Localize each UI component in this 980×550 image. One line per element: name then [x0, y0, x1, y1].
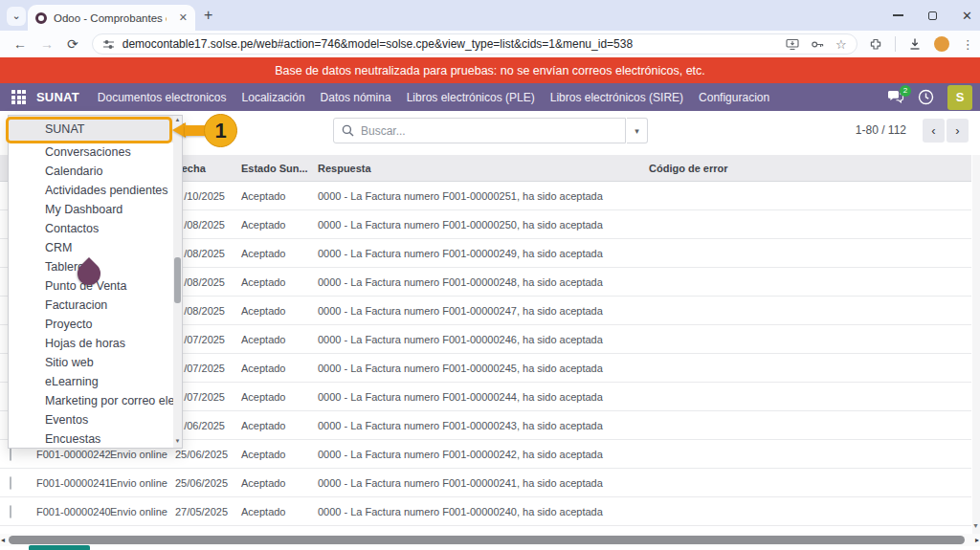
- cell-envio: Envio online: [105, 506, 170, 517]
- apps-grid-icon[interactable]: [11, 90, 26, 104]
- header-respuesta[interactable]: Respuesta: [318, 163, 649, 174]
- apps-menu-item-actividades-pendientes[interactable]: Actividades pendientes: [9, 181, 175, 200]
- row-checkbox[interactable]: [10, 448, 11, 461]
- cell-estado: Aceptado: [237, 391, 318, 403]
- password-key-icon[interactable]: [811, 38, 824, 51]
- tab-close-icon[interactable]: ✕: [179, 12, 188, 23]
- extensions-icon[interactable]: [869, 37, 882, 51]
- window-minimize-button[interactable]: [893, 14, 903, 16]
- pager-range: 1-80 / 112: [856, 123, 906, 137]
- navbar-menu-1[interactable]: Localización: [242, 91, 305, 104]
- apps-menu-item-marketing-por-correo-electr-nico[interactable]: Marketing por correo electrónico: [9, 391, 175, 410]
- reload-button[interactable]: ⟳: [67, 36, 78, 52]
- scroll-right-icon[interactable]: ▸: [975, 536, 979, 544]
- navbar-menu-3[interactable]: Libros electrónicos (PLE): [407, 91, 535, 104]
- browser-tabstrip: ⌄ Odoo - Comprobantes electron ✕ + ✕: [0, 0, 980, 31]
- cell-respuesta: 0000 - La Factura numero F001-00000241, …: [318, 477, 649, 489]
- annotation-highlight-box: [6, 117, 172, 143]
- url-text: democontable17.solse.pe/web#action=746&m…: [122, 37, 778, 51]
- app-brand[interactable]: SUNAT: [36, 90, 79, 104]
- site-settings-icon[interactable]: [102, 38, 115, 51]
- cell-respuesta: 0000 - La Factura numero F001-00000240, …: [318, 506, 649, 517]
- table-row[interactable]: F001-00000240Envio online27/05/2025Acept…: [0, 497, 971, 526]
- cell-estado: Aceptado: [237, 190, 318, 202]
- scroll-down-icon[interactable]: ▼: [971, 522, 980, 529]
- apps-menu-item-eventos[interactable]: Eventos: [9, 410, 175, 429]
- tab-title: Odoo - Comprobantes electron: [54, 12, 167, 24]
- apps-menu-item-contactos[interactable]: Contactos: [9, 219, 175, 238]
- vertical-scrollbar[interactable]: [972, 155, 980, 534]
- cell-numero: F001-00000242: [31, 449, 105, 460]
- apps-menu-item-proyecto[interactable]: Proyecto: [9, 315, 175, 334]
- cell-estado: Aceptado: [237, 248, 318, 259]
- apps-menu-item-facturacion[interactable]: Facturacion: [9, 296, 175, 315]
- cell-respuesta: 0000 - La Factura numero F001-00000248, …: [318, 276, 649, 288]
- install-app-icon[interactable]: [786, 38, 799, 51]
- bookmark-star-icon[interactable]: ☆: [835, 38, 847, 51]
- odoo-favicon: [35, 12, 47, 24]
- scroll-left-icon[interactable]: ◂: [1, 536, 5, 544]
- cell-numero: F001-00000240: [31, 506, 105, 517]
- cell-respuesta: 0000 - La Factura numero F001-00000246, …: [318, 334, 649, 345]
- cell-estado: Aceptado: [237, 477, 318, 489]
- apps-menu-item-conversaciones[interactable]: Conversaciones: [9, 143, 175, 162]
- window-controls: ✕: [893, 0, 972, 31]
- navbar-menu-0[interactable]: Documentos electronicos: [98, 91, 227, 104]
- window-restore-button[interactable]: [928, 11, 937, 20]
- cell-estado: Aceptado: [237, 219, 318, 231]
- pager-next-button[interactable]: ›: [947, 119, 969, 143]
- apps-menu-item-encuestas[interactable]: Encuestas: [9, 429, 175, 449]
- cell-fecha: 27/05/2025: [170, 506, 237, 517]
- pager-prev-button[interactable]: ‹: [923, 119, 945, 143]
- messages-count-badge: 2: [900, 85, 911, 97]
- row-checkbox[interactable]: [10, 476, 11, 490]
- scroll-down-icon[interactable]: ▼: [173, 438, 182, 444]
- table-row[interactable]: F001-00000241Envio online25/06/2025Acept…: [0, 469, 971, 497]
- header-codigo-error[interactable]: Código de error: [649, 163, 971, 174]
- profile-avatar[interactable]: [934, 36, 949, 52]
- apps-menu-item-sitio-web[interactable]: Sitio web: [9, 353, 175, 372]
- user-avatar[interactable]: S: [947, 85, 972, 110]
- apps-menu-item-hojas-de-horas[interactable]: Hojas de horas: [9, 334, 175, 353]
- table-row[interactable]: F001-00000239Envio online27/05/2025Acept…: [0, 526, 971, 534]
- cell-respuesta: 0000 - La Factura numero F001-00000244, …: [318, 391, 649, 403]
- cell-numero: F001-00000241: [31, 477, 105, 489]
- window-close-button[interactable]: ✕: [962, 10, 972, 22]
- downloads-icon[interactable]: [908, 37, 922, 51]
- navbar-menu-4[interactable]: Libros electrónicos (SIRE): [550, 91, 683, 104]
- apps-menu-item-my-dashboard[interactable]: My Dashboard: [9, 200, 175, 219]
- search-bar[interactable]: [333, 118, 626, 143]
- navbar-menu-5[interactable]: Configuracion: [699, 91, 769, 104]
- apps-menu-item-elearning[interactable]: eLearning: [9, 372, 175, 391]
- cell-fecha: 25/06/2025: [170, 449, 237, 460]
- cell-respuesta: 0000 - La Factura numero F001-00000245, …: [318, 363, 649, 374]
- odoo-navbar: SUNAT Documentos electronicosLocalizació…: [0, 83, 980, 111]
- search-icon: [342, 124, 354, 137]
- header-estado[interactable]: Estado Sun...: [237, 163, 318, 174]
- tab-search-button[interactable]: ⌄: [7, 7, 26, 26]
- apps-menu-item-crm[interactable]: CRM: [9, 238, 175, 257]
- bottom-teal-element: [29, 545, 90, 550]
- row-checkbox[interactable]: [10, 505, 11, 518]
- navbar-menu-2[interactable]: Datos nómina: [321, 91, 391, 104]
- activities-clock-icon[interactable]: [918, 89, 934, 105]
- screen: ⌄ Odoo - Comprobantes electron ✕ + ✕ ← →…: [0, 0, 980, 550]
- apps-menu-item-calendario[interactable]: Calendario: [9, 162, 175, 181]
- cell-envio: Envio online: [105, 449, 170, 460]
- browser-toolbar: ← → ⟳ democontable17.solse.pe/web#action…: [0, 31, 980, 57]
- back-button[interactable]: ←: [13, 36, 27, 52]
- browser-tab[interactable]: Odoo - Comprobantes electron ✕: [28, 5, 195, 31]
- horizontal-scrollbar-thumb[interactable]: [9, 536, 965, 544]
- apps-scrollbar-thumb[interactable]: [174, 257, 181, 303]
- browser-menu-icon[interactable]: ⋮: [962, 37, 974, 52]
- new-tab-button[interactable]: +: [204, 7, 212, 24]
- cell-estado: Aceptado: [237, 506, 318, 517]
- address-bar[interactable]: democontable17.solse.pe/web#action=746&m…: [92, 33, 858, 55]
- search-input[interactable]: [361, 124, 590, 138]
- toolbar-divider: [895, 36, 896, 52]
- messages-button[interactable]: 2: [887, 90, 904, 104]
- search-options-toggle[interactable]: ▾: [627, 118, 648, 143]
- apps-menu-scrollbar[interactable]: ▲ ▼: [173, 116, 182, 448]
- horizontal-scrollbar[interactable]: ◂ ▸: [0, 534, 980, 546]
- forward-button[interactable]: →: [40, 36, 54, 52]
